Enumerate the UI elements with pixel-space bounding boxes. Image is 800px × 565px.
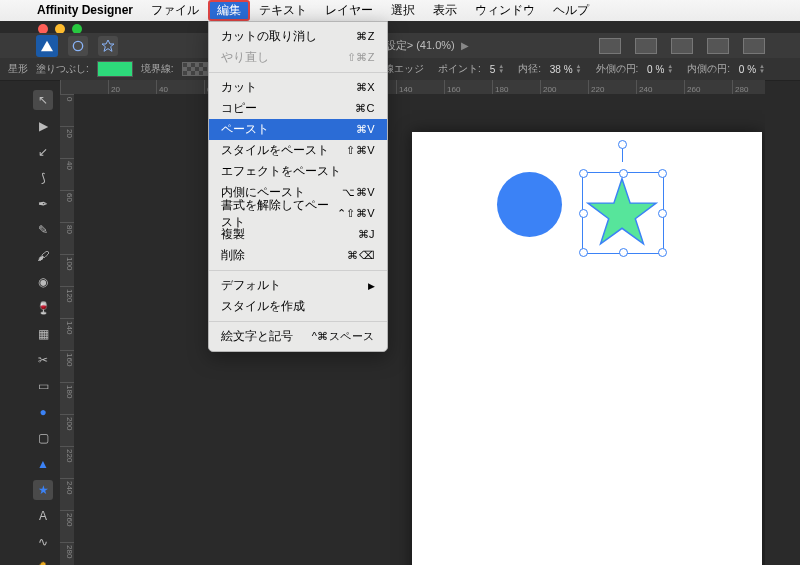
resize-handle-bm[interactable] <box>619 248 628 257</box>
fill-color-swatch[interactable] <box>97 61 133 77</box>
fill-label: 塗りつぶし: <box>36 62 89 76</box>
menu-layer[interactable]: レイヤー <box>316 0 382 21</box>
ruler-horizontal: 20406080100120140160180200220240260280 <box>60 80 765 95</box>
persona-pixel-icon[interactable] <box>98 36 118 56</box>
menu-defaults[interactable]: デフォルト▶ <box>209 275 387 296</box>
vector-brush[interactable]: ∿ <box>33 532 53 552</box>
artboard[interactable] <box>412 132 762 565</box>
stroke-swatch[interactable] <box>182 62 208 76</box>
edit-menu-dropdown: カットの取り消し⌘Z やり直し⇧⌘Z カット⌘X コピー⌘C ペースト⌘V スタ… <box>208 21 388 352</box>
brush-tool[interactable]: 🖌 <box>33 246 53 266</box>
resize-handle-bl[interactable] <box>579 248 588 257</box>
outer-circle-label: 外側の円: <box>596 62 639 76</box>
text-tool[interactable]: A <box>33 506 53 526</box>
shape-ellipse-tool[interactable]: ● <box>33 402 53 422</box>
shape-star-tool[interactable]: ★ <box>33 480 53 500</box>
selection-bounds <box>577 162 667 252</box>
pencil-tool[interactable]: ✎ <box>33 220 53 240</box>
menu-paste-without-format[interactable]: 書式を解除してペースト⌃⇧⌘V <box>209 203 387 224</box>
svg-marker-1 <box>102 40 114 51</box>
points-spinner[interactable]: ▲▼ <box>498 64 504 74</box>
ellipse-shape[interactable] <box>497 172 562 237</box>
place-tool[interactable]: ▦ <box>33 324 53 344</box>
menu-paste[interactable]: ペースト⌘V <box>209 119 387 140</box>
menu-delete[interactable]: 削除⌘⌫ <box>209 245 387 266</box>
svg-point-0 <box>73 41 82 50</box>
stroke-label: 境界線: <box>141 62 174 76</box>
svg-marker-2 <box>588 179 656 244</box>
inner-circle-label: 内側の円: <box>687 62 730 76</box>
persona-designer-icon[interactable] <box>68 36 88 56</box>
shape-type-label: 星形 <box>8 62 28 76</box>
rotation-handle[interactable] <box>618 140 627 149</box>
star-shape[interactable] <box>585 175 659 249</box>
shape-triangle-tool[interactable]: ▲ <box>33 454 53 474</box>
inner-radius-value[interactable]: 38 % <box>550 64 573 75</box>
tools-panel: ↖▶↙⟆✒✎🖌◉🍷▦✂▭●▢▲★A∿✋🔍 <box>32 90 54 565</box>
resize-handle-br[interactable] <box>658 248 667 257</box>
menu-cut[interactable]: カット⌘X <box>209 77 387 98</box>
next-doc-icon[interactable]: ▶ <box>461 40 469 51</box>
menu-window[interactable]: ウィンドウ <box>466 0 544 21</box>
menu-emoji[interactable]: 絵文字と記号^⌘スペース <box>209 326 387 347</box>
inner-circle-value[interactable]: 0 % <box>739 64 756 75</box>
node-tool[interactable]: ↙ <box>33 142 53 162</box>
outer-circle-value[interactable]: 0 % <box>647 64 664 75</box>
transparency-tool[interactable]: 🍷 <box>33 298 53 318</box>
menu-redo: やり直し⇧⌘Z <box>209 47 387 68</box>
ruler-vertical: 020406080100120140160180200220240260280 <box>60 94 75 565</box>
app-menu[interactable]: Affinity Designer <box>28 0 142 21</box>
macos-menubar: Affinity Designer ファイル 編集 テキスト レイヤー 選択 表… <box>0 0 800 21</box>
menu-create-style[interactable]: スタイルを作成 <box>209 296 387 317</box>
edge-label: 線エッジ <box>384 62 424 76</box>
align-tool-icon[interactable] <box>599 38 621 54</box>
menu-select[interactable]: 選択 <box>382 0 424 21</box>
insert-tool-icon[interactable] <box>671 38 693 54</box>
grid-tool-icon[interactable] <box>743 38 765 54</box>
menu-paste-style[interactable]: スタイルをペースト⇧⌘V <box>209 140 387 161</box>
menu-edit[interactable]: 編集 <box>208 0 250 21</box>
menu-help[interactable]: ヘルプ <box>544 0 598 21</box>
move-tool[interactable]: ↖ <box>33 90 53 110</box>
menu-file[interactable]: ファイル <box>142 0 208 21</box>
inner-radius-label: 内径: <box>518 62 541 76</box>
artboard-tool[interactable]: ▶ <box>33 116 53 136</box>
resize-handle-mr[interactable] <box>658 209 667 218</box>
snap-tool-icon[interactable] <box>707 38 729 54</box>
menu-undo[interactable]: カットの取り消し⌘Z <box>209 26 387 47</box>
menu-view[interactable]: 表示 <box>424 0 466 21</box>
arrange-tool-icon[interactable] <box>635 38 657 54</box>
fill-tool[interactable]: ◉ <box>33 272 53 292</box>
menu-paste-fx[interactable]: エフェクトをペースト <box>209 161 387 182</box>
menu-text[interactable]: テキスト <box>250 0 316 21</box>
points-value[interactable]: 5 <box>490 64 496 75</box>
shape-rrect-tool[interactable]: ▢ <box>33 428 53 448</box>
points-label: ポイント: <box>438 62 481 76</box>
crop-tool[interactable]: ✂ <box>33 350 53 370</box>
main-toolbar: ◀ <名称未設定> (41.0%) ▶ <box>0 33 800 59</box>
hand-tool[interactable]: ✋ <box>33 558 53 565</box>
menu-copy[interactable]: コピー⌘C <box>209 98 387 119</box>
resize-handle-tr[interactable] <box>658 169 667 178</box>
canvas[interactable] <box>74 94 765 565</box>
pen-tool[interactable]: ✒ <box>33 194 53 214</box>
app-icon <box>36 35 58 57</box>
corner-tool[interactable]: ⟆ <box>33 168 53 188</box>
context-toolbar: 星形 塗りつぶし: 境界線: 線エッジ ポイント: 5▲▼ 内径: 38 %▲▼… <box>0 58 800 81</box>
shape-rect-tool[interactable]: ▭ <box>33 376 53 396</box>
